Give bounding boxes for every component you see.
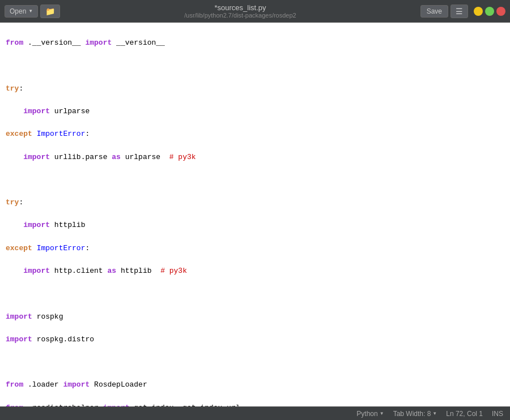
code-content: from .__version__ import __version__ try… bbox=[0, 26, 510, 406]
titlebar-center: *sources_list.py /usr/lib/python2.7/dist… bbox=[184, 3, 296, 19]
titlebar: Open ▼ 📁 *sources_list.py /usr/lib/pytho… bbox=[0, 0, 510, 23]
minimize-button[interactable] bbox=[474, 7, 483, 16]
language-selector[interactable]: Python ▼ bbox=[356, 410, 384, 418]
save-button[interactable]: Save bbox=[420, 5, 448, 18]
edit-mode: INS bbox=[492, 410, 503, 418]
code-editor[interactable]: from .__version__ import __version__ try… bbox=[0, 23, 510, 406]
position-label: Ln 72, Col 1 bbox=[446, 410, 483, 418]
close-button[interactable] bbox=[496, 7, 505, 16]
open-button[interactable]: Open ▼ bbox=[5, 5, 38, 18]
menu-button[interactable]: ☰ bbox=[450, 5, 468, 18]
titlebar-right: Save ☰ bbox=[420, 5, 505, 18]
folder-icon: 📁 bbox=[45, 7, 55, 16]
tab-width-label: Tab Width: 8 bbox=[393, 410, 431, 418]
open-label: Open bbox=[10, 7, 26, 15]
mode-label: INS bbox=[492, 410, 503, 418]
cursor-position: Ln 72, Col 1 bbox=[446, 410, 483, 418]
file-title: *sources_list.py bbox=[214, 3, 266, 12]
statusbar: Python ▼ Tab Width: 8 ▼ Ln 72, Col 1 INS bbox=[0, 406, 510, 420]
open-arrow-icon: ▼ bbox=[28, 8, 33, 14]
language-label: Python bbox=[356, 410, 377, 418]
tab-width-arrow-icon: ▼ bbox=[432, 411, 437, 416]
folder-button[interactable]: 📁 bbox=[40, 5, 60, 18]
maximize-button[interactable] bbox=[485, 7, 494, 16]
tab-width-selector[interactable]: Tab Width: 8 ▼ bbox=[393, 410, 437, 418]
file-path: /usr/lib/python2.7/dist-packages/rosdep2 bbox=[184, 12, 296, 19]
window-controls bbox=[474, 7, 505, 16]
menu-icon: ☰ bbox=[456, 7, 463, 16]
language-arrow-icon: ▼ bbox=[380, 411, 384, 416]
titlebar-left: Open ▼ 📁 bbox=[5, 5, 60, 18]
